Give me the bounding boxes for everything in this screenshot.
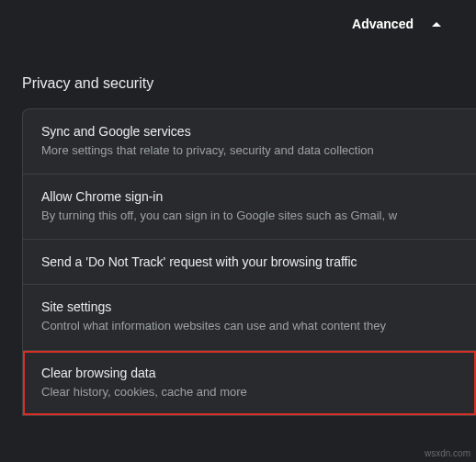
chevron-up-icon	[432, 22, 441, 27]
item-title: Allow Chrome sign-in	[41, 189, 458, 204]
item-title: Site settings	[41, 299, 458, 314]
advanced-label: Advanced	[352, 17, 414, 31]
item-subtitle: By turning this off, you can sign in to …	[41, 208, 458, 224]
watermark: wsxdn.com	[425, 448, 470, 458]
sync-google-services-item[interactable]: Sync and Google services More settings t…	[23, 109, 476, 175]
clear-browsing-data-item[interactable]: Clear browsing data Clear history, cooki…	[23, 351, 476, 415]
item-subtitle: More settings that relate to privacy, se…	[41, 142, 458, 159]
item-title: Send a 'Do Not Track' request with your …	[41, 254, 458, 269]
do-not-track-item[interactable]: Send a 'Do Not Track' request with your …	[23, 240, 476, 285]
item-subtitle: Clear history, cookies, cache and more	[41, 384, 458, 400]
item-title: Clear browsing data	[41, 366, 458, 380]
advanced-section-toggle[interactable]: Advanced	[0, 0, 476, 31]
allow-chrome-signin-item[interactable]: Allow Chrome sign-in By turning this off…	[23, 175, 476, 240]
section-title: Privacy and security	[0, 31, 476, 108]
site-settings-item[interactable]: Site settings Control what information w…	[23, 285, 476, 350]
item-subtitle: Control what information websites can us…	[41, 318, 458, 334]
item-title: Sync and Google services	[41, 124, 458, 139]
privacy-settings-list: Sync and Google services More settings t…	[22, 108, 476, 416]
